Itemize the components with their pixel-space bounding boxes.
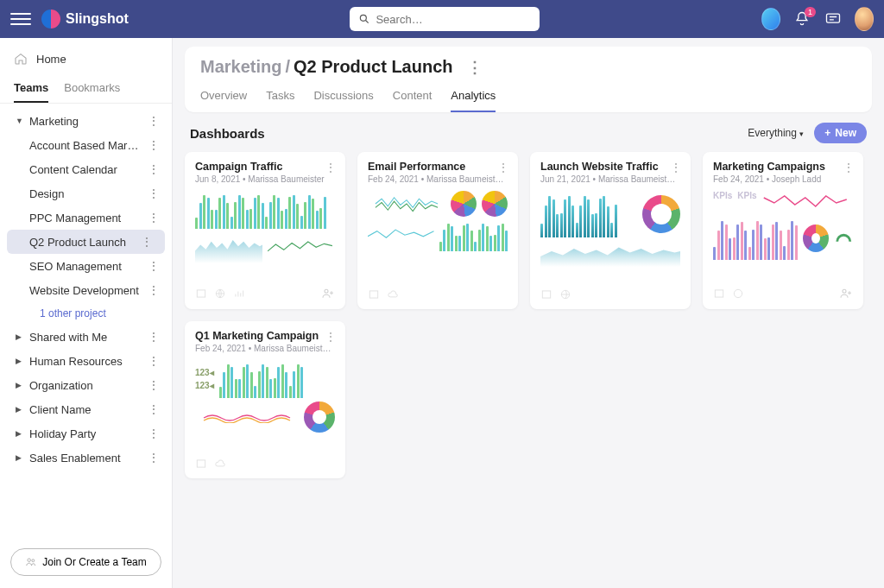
search-box[interactable]	[350, 7, 540, 31]
tab-overview[interactable]: Overview	[200, 89, 247, 112]
tree-item-menu[interactable]: ⋮	[144, 162, 163, 176]
card-preview: 123◂ 123◂	[195, 360, 335, 452]
tree-team[interactable]: ▶Shared with Me⋮	[0, 325, 172, 349]
dashboards-header: Dashboards Everything ▾ + New	[185, 112, 872, 152]
plus-icon: +	[824, 127, 830, 139]
card-title: Marketing Campaigns	[713, 161, 853, 173]
dashboard-cards: Campaign Traffic Jun 8, 2021 • Marissa B…	[185, 152, 872, 478]
cloud-icon	[214, 458, 226, 470]
tree-item-menu[interactable]: ⋮	[144, 259, 163, 273]
tree-team-marketing[interactable]: ▼Marketing ⋮	[0, 109, 172, 133]
join-team-button[interactable]: Join Or Create a Team	[10, 548, 161, 576]
tree-item-menu[interactable]: ⋮	[144, 427, 163, 440]
tree-project[interactable]: Website Development⋮	[0, 278, 172, 302]
home-icon	[14, 52, 28, 66]
chat-icon	[824, 10, 842, 28]
card-menu-button[interactable]: ⋮	[497, 161, 509, 174]
cloud-icon	[387, 288, 399, 300]
top-bar: Slingshot 1	[0, 0, 884, 38]
tree-project[interactable]: Content Calendar⋮	[0, 157, 172, 181]
notifications-button[interactable]: 1	[792, 9, 811, 28]
tree-item-menu[interactable]: ⋮	[144, 211, 163, 224]
dashboard-card[interactable]: Q1 Marketing Campaign Feb 24, 2021 • Mar…	[185, 321, 345, 478]
card-title: Q1 Marketing Campaign	[195, 330, 335, 342]
card-menu-button[interactable]: ⋮	[325, 330, 337, 344]
tree-more-link[interactable]: 1 other project	[0, 302, 172, 325]
breadcrumb-parent[interactable]: Marketing	[200, 57, 281, 77]
card-preview	[195, 191, 335, 281]
card-meta: Feb 24, 2021 • Joseph Ladd	[713, 174, 853, 184]
dashboard-card[interactable]: Marketing Campaigns Feb 24, 2021 • Josep…	[703, 152, 863, 309]
tree-team[interactable]: ▶Holiday Party⋮	[0, 421, 172, 446]
caret-right-icon: ▶	[16, 332, 24, 341]
team-icon	[25, 556, 37, 568]
app-name: Slingshot	[66, 11, 129, 27]
tree-item-menu[interactable]: ⋮	[144, 138, 163, 152]
tree-item-menu[interactable]: ⋮	[144, 354, 163, 368]
svg-rect-9	[542, 291, 550, 298]
kpi-label: KPIs	[737, 191, 756, 200]
tab-discussions[interactable]: Discussions	[313, 89, 373, 112]
svg-point-4	[32, 560, 35, 562]
svg-rect-8	[369, 291, 377, 298]
logo-mark-icon	[41, 9, 60, 28]
card-menu-button[interactable]: ⋮	[843, 161, 855, 174]
caret-right-icon: ▶	[16, 381, 24, 389]
tab-analytics[interactable]: Analytics	[451, 89, 496, 112]
search-icon	[358, 13, 370, 25]
card-meta: Jun 8, 2021 • Marissa Baumeister	[195, 174, 335, 184]
card-title: Campaign Traffic	[195, 161, 335, 173]
sidebar-tab-teams[interactable]: Teams	[14, 81, 48, 103]
tree-project[interactable]: Account Based Mar…⋮	[0, 133, 172, 157]
tree-item-menu[interactable]: ⋮	[137, 235, 156, 249]
tree-project[interactable]: PPC Management⋮	[0, 205, 172, 230]
caret-right-icon: ▶	[16, 357, 24, 365]
tree-project-active[interactable]: Q2 Product Launch⋮	[7, 230, 165, 254]
card-preview	[540, 191, 680, 283]
gauge-icon	[834, 228, 854, 249]
tree-item-menu[interactable]: ⋮	[144, 378, 163, 392]
breadcrumb-sep: /	[285, 57, 290, 77]
tab-content[interactable]: Content	[393, 89, 433, 112]
sidebar-home[interactable]: Home	[0, 45, 172, 73]
chart-icon	[233, 288, 245, 300]
globe-icon	[214, 288, 226, 300]
tree-item-menu[interactable]: ⋮	[144, 330, 163, 344]
add-user-icon[interactable]	[321, 287, 335, 300]
svg-point-7	[325, 289, 328, 293]
app-logo[interactable]: Slingshot	[41, 9, 129, 28]
tab-tasks[interactable]: Tasks	[266, 89, 294, 112]
messages-button[interactable]	[824, 9, 843, 28]
dashboard-card[interactable]: Email Performance Feb 24, 2021 • Marissa…	[357, 152, 518, 309]
menu-icon[interactable]	[10, 9, 31, 29]
caret-right-icon: ▶	[16, 429, 24, 438]
search-input[interactable]	[376, 13, 531, 26]
tree-project[interactable]: Design⋮	[0, 181, 172, 205]
assistant-avatar[interactable]	[761, 9, 780, 28]
tree-team[interactable]: ▶Human Resources⋮	[0, 349, 172, 373]
filter-dropdown[interactable]: Everything ▾	[748, 127, 804, 139]
breadcrumb: Marketing / Q2 Product Launch ⋮	[200, 57, 856, 77]
sidebar-tab-bookmarks[interactable]: Bookmarks	[64, 81, 120, 103]
tree-team[interactable]: ▶Client Name⋮	[0, 397, 172, 421]
tree-item-menu[interactable]: ⋮	[144, 114, 163, 128]
dashboard-card[interactable]: Campaign Traffic Jun 8, 2021 • Marissa B…	[185, 152, 345, 309]
tree-team[interactable]: ▶Sales Enablement⋮	[0, 446, 172, 470]
svg-point-12	[734, 289, 742, 297]
tree-item-menu[interactable]: ⋮	[144, 451, 163, 465]
add-user-icon[interactable]	[839, 287, 853, 300]
page-menu-button[interactable]: ⋮	[467, 58, 483, 77]
svg-point-3	[28, 559, 31, 562]
new-dashboard-button[interactable]: + New	[814, 123, 867, 143]
dashboard-card[interactable]: Launch Website Traffic Jun 21, 2021 • Ma…	[530, 152, 691, 309]
tree-project[interactable]: SEO Management⋮	[0, 254, 172, 278]
page-tabs: Overview Tasks Discussions Content Analy…	[200, 89, 856, 112]
tree-item-menu[interactable]: ⋮	[144, 187, 163, 200]
card-menu-button[interactable]: ⋮	[325, 161, 337, 174]
tree-team[interactable]: ▶Organization⋮	[0, 373, 172, 397]
tree-item-menu[interactable]: ⋮	[144, 283, 163, 297]
card-menu-button[interactable]: ⋮	[670, 161, 682, 174]
sidebar: Home Teams Bookmarks ▼Marketing ⋮ Accoun…	[0, 38, 173, 588]
user-avatar[interactable]	[855, 9, 874, 28]
tree-item-menu[interactable]: ⋮	[144, 402, 163, 416]
